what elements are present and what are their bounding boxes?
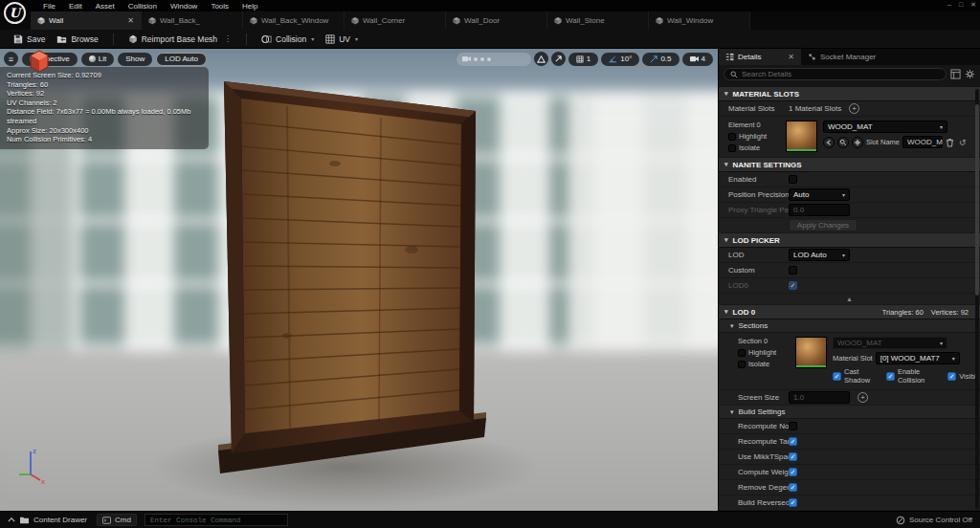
lit-mode-icon [89,55,96,62]
cast-shadow-checkbox[interactable] [833,372,841,381]
close-button[interactable]: ✕ [970,1,976,9]
viewport-options-icon[interactable]: ≡ [4,52,18,66]
nanite-enabled-checkbox[interactable] [789,175,797,184]
delete-slot-icon[interactable] [946,138,954,147]
pick-asset-icon[interactable] [852,137,863,148]
material-dropdown[interactable]: WOOD_MAT ▾ [823,121,947,133]
material-thumbnail[interactable] [786,121,817,152]
enable-collision-checkbox[interactable] [886,372,895,381]
3d-viewport[interactable]: ≡ Perspective Lit Show LOD Auto Current … [0,49,718,511]
menu-collision[interactable]: Collision [122,2,164,11]
scrollbar-thumb[interactable] [975,104,979,296]
browse-to-asset-icon[interactable] [837,137,849,148]
sections-subheader[interactable]: ▾ Sections [719,319,980,333]
lod-dropdown[interactable]: LOD Auto ▾ [789,249,850,261]
content-drawer-button[interactable]: Content Drawer [8,516,87,524]
tab-wall-door[interactable]: Wall_Door [446,11,547,30]
uv-dropdown-button[interactable]: UV ▾ [320,32,364,47]
minimize-button[interactable]: – [947,1,951,9]
details-scroll-area[interactable]: ▾ MATERIAL SLOTS Material Slots 1 Materi… [719,87,980,511]
section-material-slots[interactable]: ▾ MATERIAL SLOTS [719,87,980,101]
tab-wall-back-window[interactable]: Wall_Back_Window [243,11,345,30]
build-settings-subheader[interactable]: ▾ Build Settings [719,406,980,419]
grid-snap-button[interactable]: 1 [568,53,598,66]
menu-file[interactable]: File [36,2,62,11]
material-slot-dropdown[interactable]: [0] WOOD_MAT7 ▾ [876,352,960,364]
tab-close-icon[interactable]: ✕ [127,16,134,25]
section-lod-picker[interactable]: ▾ LOD PICKER [719,233,980,248]
surface-snap-icon[interactable] [551,52,566,66]
rotation-snap-button[interactable]: 10° [601,53,639,66]
collision-dropdown-button[interactable]: Collision ▾ [256,32,320,47]
compute-weighted-normals-checkbox[interactable] [789,468,797,476]
tab-wall-corner[interactable]: Wall_Corner [345,11,446,30]
build-option-row: Build Reversed In [719,495,980,511]
asset-tabbar: Wall ✕ Wall_Back_ Wall_Back_Window Wall_… [0,11,980,30]
source-control-button[interactable]: Source Control Off [896,516,972,525]
content-drawer-icon [19,516,30,524]
display-filter-icon[interactable] [950,69,961,79]
tab-label: Wall_Back_Window [261,16,328,25]
tab-wall[interactable]: Wall ✕ [31,11,142,30]
reimport-base-mesh-button[interactable]: Reimport Base Mesh ⋮ [122,32,237,47]
remove-degenerates-checkbox[interactable] [789,483,797,492]
maximize-button[interactable]: □ [959,1,963,9]
build-reversed-index-checkbox[interactable] [789,498,797,507]
screenshot-icon[interactable] [534,52,548,66]
visible-checkbox[interactable] [947,372,956,381]
section-lod0[interactable]: ▾ LOD 0 Triangles: 60 Vertices: 92 [719,305,980,319]
add-screen-size-icon[interactable]: + [858,392,868,403]
use-selected-asset-icon[interactable] [823,137,835,148]
lod0-checkbox[interactable] [789,281,797,290]
scale-snap-button[interactable]: 0.5 [642,53,679,66]
add-material-slot-icon[interactable]: + [849,103,859,114]
lit-dropdown[interactable]: Lit [81,53,114,66]
section-nanite-settings[interactable]: ▾ NANITE SETTINGS [719,158,980,172]
tab-socket-manager[interactable]: Socket Manager [801,49,882,65]
details-scrollbar[interactable] [975,89,979,509]
search-box[interactable] [724,68,947,80]
search-input[interactable] [742,70,940,78]
settings-gear-icon[interactable] [965,69,975,79]
lod-auto-dropdown[interactable]: LOD Auto [156,53,207,66]
cmd-button[interactable]: Cmd [97,514,137,526]
proxy-triangle-field[interactable]: 0.0 [789,204,850,216]
section-highlight-checkbox[interactable] [738,349,746,357]
show-dropdown[interactable]: Show [118,53,152,66]
section-material-dropdown-disabled: WOOD_MAT ▾ [833,337,947,349]
screen-size-field[interactable]: 1.0 [789,391,850,404]
use-mikktspace-checkbox[interactable] [789,452,797,461]
highlight-checkbox[interactable] [728,133,736,141]
tab-wall-back[interactable]: Wall_Back_ [142,11,243,30]
menu-window[interactable]: Window [164,2,204,11]
tab-wall-window[interactable]: Wall_Window [649,11,750,30]
slot-name-field[interactable]: WOOD_M [902,136,943,148]
tab-label: Wall_Back_ [160,16,200,25]
isolate-checkbox[interactable] [728,144,736,152]
console-command-box[interactable] [145,514,288,526]
section-material-thumbnail[interactable] [795,337,827,368]
reimport-options-icon[interactable]: ⋮ [224,34,232,43]
toolbar-separator [113,33,114,45]
position-precision-dropdown[interactable]: Auto ▾ [789,188,850,201]
apply-changes-button[interactable]: Apply Changes [789,219,858,231]
tab-wall-stone[interactable]: Wall_Stone [547,11,649,30]
menu-help[interactable]: Help [235,2,264,11]
tab-close-icon[interactable]: ✕ [788,53,794,61]
recompute-tangents-checkbox[interactable] [789,437,797,446]
menu-asset[interactable]: Asset [89,2,122,11]
camera-speed-button[interactable]: 4 [682,53,713,66]
menu-tools[interactable]: Tools [204,2,235,11]
tab-details[interactable]: Details ✕ [719,49,801,65]
save-button[interactable]: Save [8,32,51,47]
section-isolate-checkbox[interactable] [738,361,746,368]
custom-checkbox[interactable] [789,266,797,275]
recompute-normals-checkbox[interactable] [789,422,797,430]
camera-speed-slider[interactable] [457,53,531,66]
console-command-input[interactable] [150,517,282,524]
collapse-section-chevron[interactable]: ▲ [719,294,980,305]
chevron-down-icon: ▾ [730,322,734,330]
menu-edit[interactable]: Edit [62,2,89,11]
browse-button[interactable]: Browse [51,32,103,47]
reset-to-default-icon[interactable]: ↺ [959,138,967,147]
